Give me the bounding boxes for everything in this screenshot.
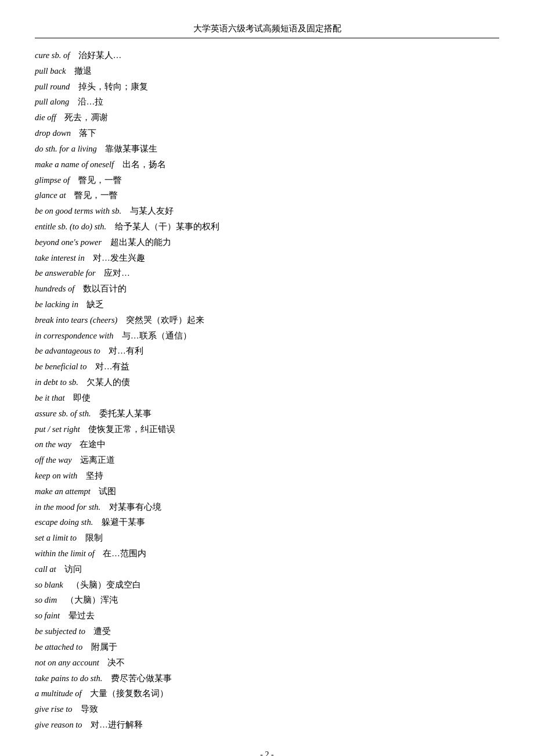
list-item: set a limit to 限制 (35, 530, 499, 546)
entry-english: beyond one's power (35, 237, 110, 247)
entry-chinese: 对…发生兴趣 (93, 253, 145, 262)
list-item: so faint 晕过去 (35, 608, 499, 624)
entry-english: be answerable for (35, 268, 104, 278)
list-item: in the mood for sth. 对某事有心境 (35, 499, 499, 515)
entry-english: so dim (35, 595, 66, 604)
list-item: in correspondence with 与…联系（通信） (35, 328, 499, 344)
entry-english: give rise to (35, 704, 81, 714)
list-item: in debt to sb. 欠某人的债 (35, 375, 499, 390)
entry-english: take interest in (35, 253, 93, 262)
entry-english: not on any account (35, 658, 107, 667)
entry-chinese: 沿…拉 (78, 97, 104, 106)
list-item: on the way 在途中 (35, 437, 499, 452)
list-item: give reason to 对…进行解释 (35, 717, 499, 733)
entry-english: on the way (35, 440, 80, 449)
entry-chinese: 撤退 (74, 66, 92, 75)
entry-chinese: 给予某人（干）某事的权利 (115, 222, 219, 231)
list-item: a multitude of 大量（接复数名词） (35, 686, 499, 701)
entry-english: pull along (35, 97, 78, 106)
list-item: pull along 沿…拉 (35, 94, 499, 110)
entry-chinese: 即使 (73, 393, 91, 402)
entry-chinese: 对…有益 (95, 362, 130, 371)
list-item: cure sb. of 治好某人… (35, 48, 499, 63)
page-number: - 2 - (35, 750, 499, 756)
list-item: be subjected to 遭受 (35, 624, 499, 639)
entry-chinese: 突然哭（欢呼）起来 (126, 315, 204, 325)
entry-chinese: 附属于 (91, 642, 117, 651)
entry-english: pull back (35, 66, 74, 75)
list-item: give rise to 导致 (35, 701, 499, 717)
list-item: put / set right 使恢复正常，纠正错误 (35, 422, 499, 437)
entry-chinese: 访问 (64, 564, 82, 574)
entry-english: pull round (35, 82, 78, 91)
entry-chinese: 死去，凋谢 (64, 113, 108, 122)
entry-chinese: 应对… (104, 268, 130, 278)
entry-english: be lacking in (35, 300, 86, 309)
list-item: do sth. for a living 靠做某事谋生 (35, 141, 499, 157)
entry-english: so blank (35, 580, 71, 589)
entry-english: glance at (35, 190, 74, 200)
entry-chinese: 试图 (99, 487, 116, 496)
list-item: be attached to 附属于 (35, 639, 499, 655)
entry-chinese: 费尽苦心做某事 (111, 674, 172, 683)
entry-english: die off (35, 113, 64, 122)
entry-chinese: 躲避干某事 (102, 517, 145, 527)
list-item: take interest in 对…发生兴趣 (35, 250, 499, 266)
entry-chinese: 缺乏 (86, 300, 104, 309)
list-item: be on good terms with sb. 与某人友好 (35, 203, 499, 219)
entry-english: off the way (35, 455, 80, 465)
header-title: 大学英语六级考试高频短语及固定搭配 (193, 24, 341, 33)
content-area: cure sb. of 治好某人…pull back 撤退pull round … (35, 48, 499, 733)
entry-english: give reason to (35, 720, 91, 729)
entry-chinese: 掉头，转向；康复 (78, 82, 148, 91)
entry-chinese: 对…有利 (109, 346, 143, 355)
entry-english: make an attempt (35, 487, 99, 496)
entry-english: be beneficial to (35, 362, 95, 371)
entry-english: glimpse of (35, 175, 78, 185)
list-item: not on any account 决不 (35, 655, 499, 671)
entry-english: in correspondence with (35, 331, 122, 340)
entry-chinese: 与…联系（通信） (122, 331, 192, 340)
entry-english: do sth. for a living (35, 144, 105, 153)
list-item: be lacking in 缺乏 (35, 297, 499, 312)
list-item: entitle sb. (to do) sth. 给予某人（干）某事的权利 (35, 219, 499, 235)
entry-english: keep on with (35, 471, 86, 480)
entry-chinese: 导致 (81, 704, 98, 714)
entry-chinese: 遭受 (93, 627, 111, 636)
entry-english: make a name of oneself (35, 160, 122, 169)
list-item: hundreds of 数以百计的 (35, 281, 499, 297)
list-item: make an attempt 试图 (35, 484, 499, 499)
entry-chinese: （头脑）变成空白 (71, 580, 141, 589)
list-item: beyond one's power 超出某人的能力 (35, 235, 499, 250)
entry-english: put / set right (35, 424, 88, 434)
entry-english: drop down (35, 128, 79, 138)
entry-english: entitle sb. (to do) sth. (35, 222, 115, 231)
entry-english: so faint (35, 611, 68, 620)
entry-english: escape doing sth. (35, 517, 102, 527)
list-item: within the limit of 在…范围内 (35, 546, 499, 561)
list-item: make a name of oneself 出名，扬名 (35, 157, 499, 172)
entry-chinese: 欠某人的债 (86, 377, 130, 387)
list-item: off the way 远离正道 (35, 452, 499, 468)
entry-english: take pains to do sth. (35, 674, 111, 683)
entry-chinese: 晕过去 (68, 611, 95, 620)
list-item: break into tears (cheers) 突然哭（欢呼）起来 (35, 312, 499, 328)
list-item: be it that 即使 (35, 390, 499, 406)
list-item: escape doing sth. 躲避干某事 (35, 514, 499, 530)
entry-chinese: 瞥见，一瞥 (74, 190, 118, 200)
list-item: be beneficial to 对…有益 (35, 359, 499, 375)
list-item: die off 死去，凋谢 (35, 110, 499, 125)
entry-chinese: 数以百计的 (83, 284, 127, 293)
list-item: keep on with 坚持 (35, 468, 499, 484)
page-header: 大学英语六级考试高频短语及固定搭配 (35, 23, 499, 38)
entry-chinese: 委托某人某事 (99, 409, 151, 418)
entry-chinese: 治好某人… (78, 51, 122, 60)
entry-english: set a limit to (35, 533, 85, 542)
list-item: pull round 掉头，转向；康复 (35, 79, 499, 95)
entry-english: be subjected to (35, 627, 93, 636)
list-item: drop down 落下 (35, 125, 499, 141)
entry-chinese: 坚持 (86, 471, 103, 480)
list-item: call at 访问 (35, 561, 499, 577)
entry-chinese: 瞥见，一瞥 (78, 175, 122, 185)
list-item: pull back 撤退 (35, 63, 499, 79)
